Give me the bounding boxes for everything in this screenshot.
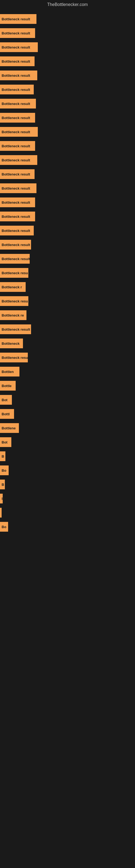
bar-label: B bbox=[2, 454, 4, 458]
bar-label: Bottleneck bbox=[2, 341, 19, 346]
bottleneck-bar: Bottleneck bbox=[0, 339, 23, 348]
bar-row: Bottleneck result bbox=[0, 238, 135, 252]
bottleneck-bar: Bottleneck resu bbox=[0, 268, 28, 278]
bar-row: Bottleneck resu bbox=[0, 350, 135, 365]
bottleneck-bar: Bottleneck result bbox=[0, 212, 35, 221]
bottleneck-bar: Bot bbox=[0, 395, 12, 405]
bar-label: Bottleneck result bbox=[2, 158, 30, 162]
bottleneck-bar: Bottleneck result bbox=[0, 85, 34, 94]
bottleneck-bar: Bottleneck resu bbox=[0, 352, 28, 362]
bottleneck-bar: Bottleneck result bbox=[0, 42, 38, 52]
bar-row: Bottl bbox=[0, 407, 135, 421]
bar-label: Bottleneck resu bbox=[2, 271, 28, 275]
bar-row: B bbox=[0, 477, 135, 492]
bar-row: Bottleneck result bbox=[0, 68, 135, 83]
bottleneck-bar: Bottleneck result bbox=[0, 169, 35, 179]
bar-label: Bottleneck result bbox=[2, 186, 30, 190]
bar-row: Bottleneck result bbox=[0, 97, 135, 111]
bar-label: Bottleneck result bbox=[2, 102, 30, 106]
bar-row: Bottleneck result bbox=[0, 181, 135, 195]
bar-label: I bbox=[2, 497, 3, 501]
bar-row: Bottleneck result bbox=[0, 111, 135, 125]
bar-label: Bot bbox=[2, 398, 8, 402]
bottleneck-bar: Bottlen bbox=[0, 367, 19, 376]
bar-label: Bottleneck result bbox=[2, 257, 30, 261]
bar-label: Bottlen bbox=[2, 370, 14, 374]
bar-label: Bottleneck result bbox=[2, 328, 30, 332]
bar-row: Bottleneck r bbox=[0, 280, 135, 294]
bar-label: Bottleneck r bbox=[2, 285, 22, 289]
bar-row: Bottleneck result bbox=[0, 223, 135, 238]
bar-row: Bottleneck result bbox=[0, 12, 135, 26]
bottleneck-bar: Bottleneck result bbox=[0, 127, 38, 137]
bar-label: Bo bbox=[2, 468, 6, 472]
bottleneck-bar: Bottleneck re bbox=[0, 310, 27, 320]
bottleneck-bar: Bottleneck result bbox=[0, 324, 31, 334]
bottleneck-bar bbox=[0, 508, 2, 518]
bar-label: Bottleneck result bbox=[2, 59, 30, 63]
bar-row: Bottlene bbox=[0, 421, 135, 435]
bar-row: Bottleneck result bbox=[0, 26, 135, 40]
bar-label: Bottleneck re bbox=[2, 313, 24, 317]
bar-row: Bottlen bbox=[0, 365, 135, 379]
bottleneck-bar: Bottleneck resu bbox=[0, 296, 28, 306]
bar-label: Bottleneck result bbox=[2, 45, 30, 50]
bottleneck-bar: Bottleneck result bbox=[0, 197, 35, 207]
bar-label: Bottleneck result bbox=[2, 144, 30, 148]
bottleneck-bar: Bottleneck result bbox=[0, 56, 35, 66]
bar-row: Bottleneck re bbox=[0, 308, 135, 322]
bar-label: Bottleneck result bbox=[2, 200, 30, 205]
bar-label: Bottle bbox=[2, 384, 12, 388]
bottleneck-bar: Bottleneck result bbox=[0, 226, 34, 236]
bar-row: Bottleneck result bbox=[0, 322, 135, 336]
bottleneck-bar: Bottleneck result bbox=[0, 155, 37, 165]
bar-label: Bottleneck result bbox=[2, 243, 30, 247]
bar-label: Bottlene bbox=[2, 426, 16, 430]
bar-row: Bottleneck resu bbox=[0, 294, 135, 308]
bar-row: Bot bbox=[0, 435, 135, 449]
bar-row bbox=[0, 506, 135, 520]
bottleneck-bar: Bottleneck result bbox=[0, 254, 30, 264]
bars-container: Bottleneck resultBottleneck resultBottle… bbox=[0, 9, 135, 536]
bar-row: Bottleneck result bbox=[0, 83, 135, 97]
bottleneck-bar: Bot bbox=[0, 437, 11, 447]
bar-label: Bottleneck resu bbox=[2, 355, 28, 360]
bottleneck-bar: I bbox=[0, 494, 3, 503]
bar-row: Bottleneck result bbox=[0, 209, 135, 223]
bar-label: Bottleneck result bbox=[2, 73, 30, 78]
bar-row: Bottleneck resu bbox=[0, 266, 135, 280]
bottleneck-bar: Bottleneck result bbox=[0, 70, 37, 80]
bar-label: Bottleneck result bbox=[2, 116, 30, 120]
site-title: TheBottlenecker.com bbox=[0, 0, 135, 9]
bar-label: Bottleneck result bbox=[2, 17, 30, 21]
bottleneck-bar: Bottleneck result bbox=[0, 240, 31, 250]
bottleneck-bar: Bottleneck result bbox=[0, 141, 35, 151]
bar-row: Bottle bbox=[0, 379, 135, 393]
bar-label: Bottl bbox=[2, 412, 10, 416]
bottleneck-bar: Bottleneck result bbox=[0, 14, 37, 24]
bar-label: Bottleneck result bbox=[2, 31, 30, 35]
bar-label: B bbox=[2, 483, 4, 487]
bar-row: Bottleneck result bbox=[0, 153, 135, 167]
bar-label: Bottleneck resu bbox=[2, 299, 28, 303]
bar-row: Bottleneck result bbox=[0, 40, 135, 54]
bar-row: Bot bbox=[0, 393, 135, 407]
bar-row: Bo bbox=[0, 520, 135, 534]
bar-row: Bottleneck result bbox=[0, 139, 135, 153]
bottleneck-bar: Bottl bbox=[0, 409, 14, 419]
bar-row: Bottleneck result bbox=[0, 125, 135, 139]
bar-row: B bbox=[0, 449, 135, 463]
bar-label: Bot bbox=[2, 440, 8, 444]
bar-row: Bottleneck result bbox=[0, 167, 135, 181]
bar-label: Bo bbox=[2, 525, 6, 529]
bottleneck-bar: Bottle bbox=[0, 381, 16, 391]
bottleneck-bar: Bo bbox=[0, 522, 8, 532]
bar-label: Bottleneck result bbox=[2, 172, 30, 176]
bottleneck-bar: Bottleneck result bbox=[0, 28, 35, 38]
bar-row: Bottleneck result bbox=[0, 252, 135, 266]
bar-label: Bottleneck result bbox=[2, 229, 30, 233]
bar-row: Bo bbox=[0, 463, 135, 477]
bar-label: Bottleneck result bbox=[2, 88, 30, 92]
bar-label: Bottleneck result bbox=[2, 215, 30, 219]
bottleneck-bar: B bbox=[0, 479, 5, 489]
